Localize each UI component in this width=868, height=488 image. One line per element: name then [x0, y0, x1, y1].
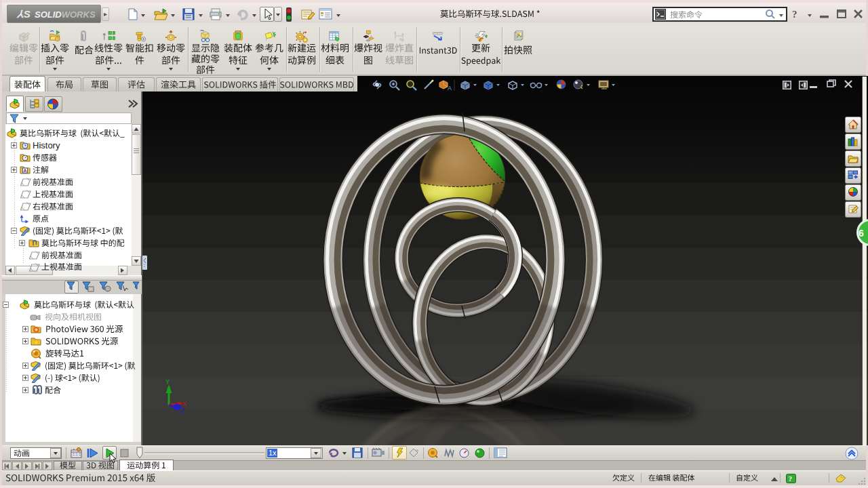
svg-text:6: 6 [859, 228, 864, 239]
svg-text:Z: Z [180, 407, 184, 415]
svg-text:?: ? [789, 474, 793, 483]
svg-text:A: A [448, 85, 452, 92]
svg-text:Y: Y [165, 379, 170, 386]
